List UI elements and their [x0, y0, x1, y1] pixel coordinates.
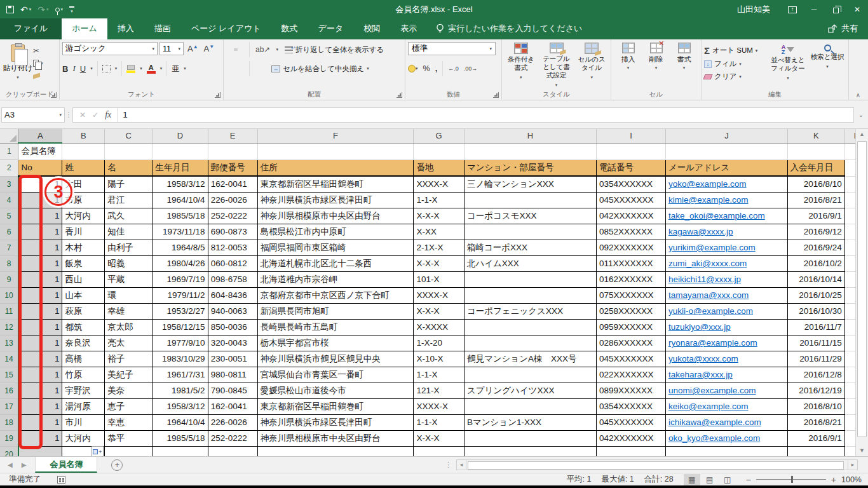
- email-link[interactable]: zumi_aki@xxxx.com: [668, 259, 747, 268]
- cell-C18[interactable]: 幸恵: [105, 414, 153, 430]
- cell-H3[interactable]: 三ノ輪マンションXXX: [464, 176, 596, 192]
- table-header-G2[interactable]: 番地: [414, 159, 465, 176]
- format-cells-button[interactable]: 書式▾: [672, 43, 696, 89]
- font-size-select[interactable]: 11▾: [159, 42, 184, 55]
- cell-C13[interactable]: 亮太: [105, 335, 153, 351]
- cell-E6[interactable]: 690-0873: [208, 224, 257, 240]
- borders-dropdown-icon[interactable]: ▾: [115, 66, 118, 71]
- undo-dropdown-icon[interactable]: ▾: [29, 7, 32, 12]
- table-header-A2[interactable]: No: [18, 159, 62, 176]
- cell-D17[interactable]: 1958/3/12: [153, 398, 208, 414]
- cell-F3[interactable]: 東京都新宿区早稲田鶴巻町: [257, 176, 414, 192]
- font-name-dropdown-icon[interactable]: ▾: [152, 46, 154, 51]
- cell-C12[interactable]: 京太郎: [105, 319, 153, 335]
- cell-I16[interactable]: 0899XXXXXX: [597, 383, 666, 398]
- cell-A1[interactable]: 会員名簿: [18, 143, 62, 159]
- cell-D14[interactable]: 1983/10/29: [153, 351, 208, 367]
- font-name-select[interactable]: 游ゴシック▾: [62, 42, 158, 55]
- cell-F4[interactable]: 神奈川県横浜市緑区長津田町: [257, 192, 414, 208]
- cell-J19[interactable]: oko_kyo@example.com: [665, 430, 787, 446]
- touch-mode-button[interactable]: ▾: [55, 7, 64, 12]
- scroll-left-icon[interactable]: ◂: [456, 459, 466, 470]
- cell-C15[interactable]: 美紀子: [105, 367, 153, 383]
- cell-J10[interactable]: tamayama@xxx.com: [665, 287, 787, 303]
- cell-H7[interactable]: 箱崎コーポXXX: [464, 240, 596, 255]
- vertical-scroll-thumb[interactable]: [857, 141, 867, 437]
- fill-color-button[interactable]: [126, 65, 135, 73]
- row-header-15[interactable]: 15: [0, 367, 18, 383]
- cell-E3[interactable]: 162-0041: [208, 176, 257, 192]
- cell-I4[interactable]: 045XXXXXXX: [597, 192, 666, 208]
- cell-H11[interactable]: コーポフェニックスXXX: [464, 303, 596, 319]
- scroll-right-icon[interactable]: ▸: [848, 459, 858, 470]
- font-color-dropdown-icon[interactable]: ▾: [160, 66, 163, 71]
- cell-J13[interactable]: ryonara@example.com: [665, 335, 787, 351]
- cell-E7[interactable]: 812-0053: [208, 240, 257, 255]
- ribbon-tab-ページ レイアウト[interactable]: ページ レイアウト: [181, 18, 271, 39]
- email-link[interactable]: keiko@example.com: [668, 402, 749, 411]
- ribbon-tab-校閲[interactable]: 校閲: [353, 18, 390, 39]
- table-header-C2[interactable]: 名: [105, 159, 153, 176]
- cell-K15[interactable]: 2016/12/8: [787, 367, 844, 383]
- zoom-in-button[interactable]: +: [831, 475, 836, 485]
- cell-D5[interactable]: 1985/5/18: [153, 208, 208, 224]
- cell-K9[interactable]: 2016/10/14: [787, 271, 844, 287]
- ribbon-tab-挿入[interactable]: 挿入: [107, 18, 144, 39]
- cell-row1-E[interactable]: [208, 143, 257, 159]
- autosum-button[interactable]: Σオート SUM▾: [704, 45, 766, 56]
- column-header-F[interactable]: F: [257, 129, 414, 143]
- zoom-slider[interactable]: [756, 479, 826, 480]
- row-header-7[interactable]: 7: [0, 240, 18, 255]
- row-header-11[interactable]: 11: [0, 303, 18, 319]
- cell-E20[interactable]: [208, 446, 257, 456]
- cell-D16[interactable]: 1981/5/2: [153, 383, 208, 398]
- cell-D4[interactable]: 1964/10/4: [153, 192, 208, 208]
- comma-style-button[interactable]: ,: [435, 64, 437, 73]
- italic-button[interactable]: I: [72, 64, 75, 74]
- cell-row1-G[interactable]: [414, 143, 465, 159]
- cell-C10[interactable]: 環: [105, 287, 153, 303]
- cell-B8[interactable]: 飯泉: [62, 255, 105, 271]
- decrease-decimal-button[interactable]: .00→: [464, 65, 478, 72]
- row-header-13[interactable]: 13: [0, 335, 18, 351]
- cell-K14[interactable]: 2016/11/29: [787, 351, 844, 367]
- scroll-down-icon[interactable]: ▼: [856, 445, 868, 456]
- cell-H9[interactable]: [464, 271, 596, 287]
- macro-record-icon[interactable]: [57, 476, 65, 484]
- cell-G13[interactable]: 1-X-20: [414, 335, 465, 351]
- cell-D9[interactable]: 1969/7/19: [153, 271, 208, 287]
- cell-B18[interactable]: 市川: [62, 414, 105, 430]
- cell-E4[interactable]: 226-0026: [208, 192, 257, 208]
- cell-G10[interactable]: XXXX-X: [414, 287, 465, 303]
- cell-B9[interactable]: 西山: [62, 271, 105, 287]
- cell-F10[interactable]: 京都府京都市中京区西ノ京下合町: [257, 287, 414, 303]
- cell-I11[interactable]: 0258XXXXXX: [597, 303, 666, 319]
- email-link[interactable]: yukii-o@example.com: [668, 306, 753, 316]
- ribbon-tab-表示[interactable]: 表示: [390, 18, 427, 39]
- currency-format-button[interactable]: ▾: [408, 65, 418, 72]
- row-header-3[interactable]: 3: [0, 176, 18, 192]
- email-link[interactable]: heikichi11@xxxx.jp: [668, 274, 741, 284]
- cell-F20[interactable]: [257, 446, 414, 456]
- cell-B15[interactable]: 竹原: [62, 367, 105, 383]
- cell-H4[interactable]: [464, 192, 596, 208]
- zoom-out-button[interactable]: −: [746, 475, 751, 485]
- cell-I20[interactable]: [597, 446, 666, 456]
- conditional-formatting-button[interactable]: 条件付き書式▾: [505, 43, 538, 89]
- cell-J11[interactable]: yukii-o@example.com: [665, 303, 787, 319]
- cell-E15[interactable]: 980-0811: [208, 367, 257, 383]
- cell-H20[interactable]: [464, 446, 596, 456]
- cell-E9[interactable]: 098-6758: [208, 271, 257, 287]
- row-header-12[interactable]: 12: [0, 319, 18, 335]
- cell-E17[interactable]: 162-0041: [208, 398, 257, 414]
- orientation-dropdown-icon[interactable]: ▾: [276, 47, 278, 52]
- insert-cells-button[interactable]: 挿入▾: [616, 43, 641, 89]
- cell-I12[interactable]: 0959XXXXXX: [597, 319, 666, 335]
- row-header-14[interactable]: 14: [0, 351, 18, 367]
- cell-F18[interactable]: 神奈川県横浜市緑区長津田町: [257, 414, 414, 430]
- cell-I17[interactable]: 0354XXXXXX: [597, 398, 666, 414]
- cell-K5[interactable]: 2016/9/1: [787, 208, 844, 224]
- scroll-up-icon[interactable]: ▲: [856, 129, 868, 140]
- alignment-dialog-launcher[interactable]: [397, 92, 402, 98]
- cell-D11[interactable]: 1953/2/27: [153, 303, 208, 319]
